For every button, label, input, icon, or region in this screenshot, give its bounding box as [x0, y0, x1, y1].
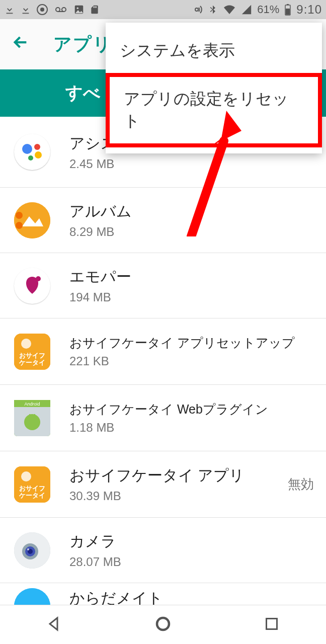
app-name: アルバム [69, 201, 314, 222]
svg-point-42 [157, 618, 169, 630]
chrome-icon [36, 4, 48, 16]
bluetooth-icon [208, 4, 218, 16]
svg-rect-12 [287, 4, 289, 5]
svg-rect-43 [267, 618, 277, 629]
svg-rect-7 [95, 6, 96, 8]
svg-point-22 [21, 339, 31, 349]
voicemail-icon [53, 4, 68, 16]
app-name: おサイフケータイ Webプラグイン [69, 401, 314, 418]
picture-icon [73, 4, 85, 15]
status-bar: 61% 9:10 [0, 0, 326, 19]
download-icon [4, 4, 15, 15]
overflow-menu: システムを表示 アプリの設定をリセット [106, 23, 322, 153]
svg-rect-29 [29, 414, 30, 417]
app-list: アシスタント 2.45 MB アルバム 8.29 MB エモパー 194 MB … [0, 117, 326, 611]
svg-text:ケータイ: ケータイ [19, 359, 45, 366]
svg-point-28 [24, 414, 40, 430]
app-icon-album [14, 202, 50, 238]
app-icon-emopa [14, 268, 50, 304]
list-item[interactable]: エモパー 194 MB [0, 253, 326, 318]
app-size: 28.07 MB [69, 555, 314, 569]
signal-icon [241, 4, 252, 15]
nav-home-icon[interactable] [154, 615, 172, 635]
list-item[interactable]: おサイフケータイ おサイフケータイ アプリ 30.39 MB 無効 [0, 451, 326, 517]
download-icon [20, 4, 31, 15]
svg-point-14 [34, 144, 40, 150]
svg-point-5 [76, 7, 78, 9]
svg-point-3 [62, 8, 66, 12]
app-icon-camera [14, 532, 50, 569]
back-icon[interactable] [12, 34, 29, 55]
nfc-icon [191, 4, 203, 16]
nav-back-icon[interactable] [45, 615, 63, 635]
list-item[interactable]: アルバム 8.29 MB [0, 187, 326, 253]
tab-all[interactable]: すべ [65, 82, 101, 105]
menu-item-reset-app-prefs[interactable]: アプリの設定をリセット [106, 73, 322, 147]
app-size: 221 KB [69, 354, 314, 368]
svg-point-16 [28, 155, 33, 160]
clock: 9:10 [296, 3, 322, 17]
app-icon-assistant [14, 134, 50, 170]
app-size: 2.45 MB [69, 157, 314, 171]
app-size: 194 MB [69, 290, 314, 304]
svg-point-15 [35, 151, 42, 158]
svg-rect-30 [34, 414, 35, 417]
svg-point-19 [16, 222, 23, 229]
app-name: おサイフケータイ アプリ [69, 465, 288, 486]
page-title: アプリ [53, 32, 112, 57]
list-item[interactable]: Android おサイフケータイ Webプラグイン 1.18 MB [0, 384, 326, 451]
svg-text:ケータイ: ケータイ [19, 492, 45, 499]
svg-text:おサイフ: おサイフ [19, 485, 45, 492]
svg-rect-11 [286, 9, 290, 15]
svg-point-39 [27, 548, 29, 550]
app-name: エモパー [69, 267, 314, 287]
wifi-icon [223, 4, 236, 16]
battery-percent: 61% [257, 3, 279, 16]
svg-point-2 [56, 8, 60, 12]
svg-point-20 [36, 276, 41, 281]
svg-rect-8 [96, 6, 97, 8]
svg-point-1 [40, 8, 44, 12]
menu-item-show-system[interactable]: システムを表示 [106, 29, 322, 73]
nav-bar [0, 605, 326, 644]
svg-point-13 [22, 144, 32, 154]
app-icon-webplugin: Android [14, 400, 50, 436]
battery-icon [284, 4, 291, 16]
app-size: 8.29 MB [69, 225, 314, 239]
list-item[interactable]: おサイフケータイ おサイフケータイ アプリセットアップ 221 KB [0, 318, 326, 384]
app-icon-osaifu: おサイフケータイ [14, 334, 50, 370]
svg-point-9 [195, 8, 198, 11]
app-name: おサイフケータイ アプリセットアップ [69, 335, 314, 351]
status-right-icons: 61% 9:10 [191, 3, 322, 17]
svg-text:Android: Android [24, 401, 40, 407]
app-icon-osaifu-app: おサイフケータイ [14, 466, 50, 503]
list-item[interactable]: カメラ 28.07 MB [0, 517, 326, 583]
status-left-icons [4, 4, 100, 16]
svg-text:おサイフ: おサイフ [19, 352, 45, 359]
app-size: 30.39 MB [69, 489, 288, 503]
svg-rect-6 [94, 6, 95, 8]
app-size: 1.18 MB [69, 421, 314, 435]
sd-card-icon [90, 4, 100, 16]
app-name: カメラ [69, 531, 314, 552]
app-status: 無効 [288, 475, 314, 493]
nav-recent-icon[interactable] [263, 615, 281, 635]
svg-point-32 [21, 471, 31, 481]
svg-point-18 [16, 212, 23, 219]
